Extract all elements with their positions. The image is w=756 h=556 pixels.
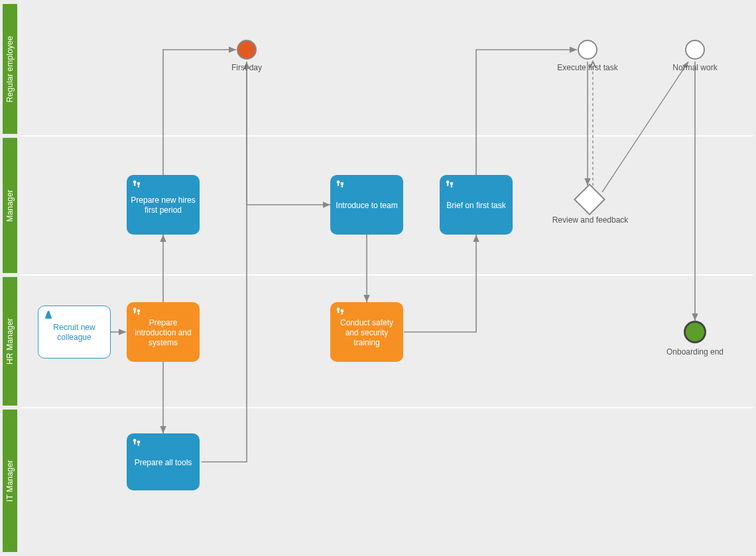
svg-point-11 — [138, 443, 140, 446]
task-prepare-intro[interactable]: Prepare introduction and systems — [127, 302, 200, 362]
event-label: First day — [200, 63, 293, 72]
svg-point-23 — [451, 185, 453, 188]
lane-label: IT Manager — [5, 460, 15, 502]
svg-point-1 — [134, 311, 136, 313]
task-prepare-tools[interactable]: Prepare all tools — [127, 433, 200, 490]
edges — [0, 0, 756, 556]
road-icon — [44, 310, 53, 319]
svg-point-21 — [447, 184, 449, 186]
task-brief[interactable]: Brief on first task — [440, 175, 513, 235]
task-label: Introduce to team — [336, 201, 397, 211]
svg-point-18 — [341, 309, 344, 313]
lane-label: Manager — [5, 190, 15, 222]
event-label: Normal work — [649, 63, 741, 72]
task-introduce[interactable]: Introduce to team — [330, 175, 403, 235]
lane-label: Regular employee — [5, 36, 15, 103]
diagram-canvas: Regular employee Manager HR Manager IT M… — [0, 0, 756, 556]
svg-point-6 — [137, 182, 141, 186]
end-event-onboarding[interactable] — [684, 321, 706, 343]
svg-point-22 — [450, 182, 454, 186]
svg-point-15 — [342, 185, 344, 188]
task-label: Prepare all tools — [135, 458, 192, 468]
footprint-icon — [132, 437, 141, 447]
task-label: Brief on first task — [446, 201, 505, 211]
event-execute[interactable] — [578, 40, 598, 60]
task-recruit[interactable]: Recruit new colleague — [38, 306, 111, 359]
gateway-label: Review and feedback — [544, 215, 637, 225]
svg-point-4 — [133, 180, 137, 184]
svg-point-14 — [341, 182, 344, 186]
task-label: Prepare introduction and systems — [131, 318, 196, 348]
svg-point-19 — [342, 312, 344, 315]
lane-divider — [20, 407, 753, 408]
task-label: Conduct safety and security training — [334, 318, 399, 348]
footprint-icon — [132, 306, 141, 315]
footprint-icon — [336, 179, 345, 188]
svg-point-2 — [137, 309, 141, 313]
svg-point-0 — [133, 307, 137, 311]
lane-regular-employee: Regular employee — [3, 3, 17, 135]
task-label: Recruit new colleague — [42, 323, 106, 343]
footprint-icon — [132, 179, 141, 188]
svg-point-17 — [338, 311, 340, 313]
event-label: Execute first task — [541, 63, 634, 72]
svg-point-16 — [337, 307, 340, 311]
task-conduct-training[interactable]: Conduct safety and security training — [330, 302, 403, 362]
svg-point-9 — [134, 442, 136, 445]
svg-point-12 — [337, 180, 340, 184]
lane-divider — [20, 135, 753, 137]
svg-point-7 — [138, 185, 140, 188]
event-first-day[interactable] — [237, 40, 257, 60]
gateway-review[interactable] — [574, 184, 605, 215]
svg-point-20 — [446, 180, 450, 184]
lane-hr-manager: HR Manager — [3, 276, 17, 407]
footprint-icon — [336, 306, 345, 315]
svg-point-5 — [134, 184, 136, 186]
task-prepare-period[interactable]: Prepare new hires first period — [127, 175, 200, 235]
lane-divider — [20, 274, 753, 276]
end-event-label: Onboarding end — [649, 347, 741, 357]
task-label: Prepare new hires first period — [131, 195, 196, 215]
svg-point-13 — [338, 184, 340, 186]
lane-manager: Manager — [3, 137, 17, 274]
lane-it-manager: IT Manager — [3, 408, 17, 553]
lane-label: HR Manager — [5, 318, 15, 364]
svg-point-3 — [138, 312, 140, 315]
svg-point-8 — [133, 439, 137, 442]
event-normal-work[interactable] — [685, 40, 705, 60]
footprint-icon — [445, 179, 454, 188]
svg-point-10 — [137, 441, 141, 444]
